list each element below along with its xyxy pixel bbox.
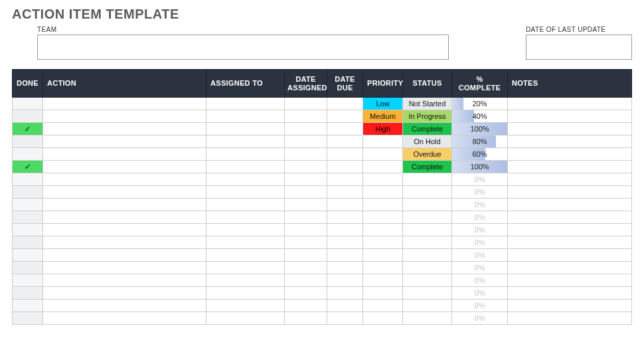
date-assigned-cell[interactable] [285,110,327,123]
action-cell[interactable] [43,211,206,224]
priority-cell[interactable]: Medium [363,110,403,123]
done-cell[interactable] [13,224,43,236]
notes-cell[interactable] [508,161,632,173]
notes-cell[interactable] [508,236,632,249]
assigned-to-cell[interactable] [206,287,285,300]
action-cell[interactable] [43,236,206,249]
done-cell[interactable] [13,173,43,186]
status-cell[interactable]: On Hold [403,135,452,148]
date-assigned-cell[interactable] [285,236,327,249]
priority-cell[interactable] [363,287,403,300]
priority-cell[interactable] [363,249,403,262]
notes-cell[interactable] [508,249,632,262]
done-cell[interactable] [13,135,43,148]
done-cell[interactable] [13,236,43,249]
percent-complete-cell[interactable]: 0% [452,287,508,300]
status-cell[interactable] [403,274,452,287]
date-assigned-cell[interactable] [285,262,327,274]
status-cell[interactable] [403,236,452,249]
date-due-cell[interactable] [327,110,363,123]
priority-cell[interactable]: Low [363,98,403,110]
done-cell[interactable] [13,287,43,300]
date-assigned-cell[interactable] [285,312,327,325]
priority-cell[interactable] [363,312,403,325]
percent-complete-cell[interactable]: 0% [452,312,508,325]
notes-cell[interactable] [508,312,632,325]
date-assigned-cell[interactable] [285,249,327,262]
notes-cell[interactable] [508,211,632,224]
action-cell[interactable] [43,173,206,186]
team-input[interactable] [37,35,449,60]
percent-complete-cell[interactable]: 0% [452,262,508,274]
date-due-cell[interactable] [327,236,363,249]
done-cell[interactable] [13,249,43,262]
date-assigned-cell[interactable] [285,224,327,236]
done-cell[interactable] [13,98,43,110]
date-assigned-cell[interactable] [285,123,327,135]
priority-cell[interactable] [363,173,403,186]
date-due-cell[interactable] [327,186,363,199]
notes-cell[interactable] [508,98,632,110]
date-assigned-cell[interactable] [285,199,327,211]
priority-cell[interactable] [363,199,403,211]
status-cell[interactable] [403,211,452,224]
done-checked-icon[interactable]: ✓ [13,161,43,173]
done-cell[interactable] [13,110,43,123]
date-due-cell[interactable] [327,287,363,300]
done-checked-icon[interactable]: ✓ [13,123,43,135]
status-cell[interactable] [403,249,452,262]
priority-cell[interactable] [363,148,403,161]
percent-complete-cell[interactable]: 0% [452,236,508,249]
action-cell[interactable] [43,199,206,211]
notes-cell[interactable] [508,110,632,123]
date-assigned-cell[interactable] [285,186,327,199]
assigned-to-cell[interactable] [206,262,285,274]
status-cell[interactable]: In Progress [403,110,452,123]
action-cell[interactable] [43,287,206,300]
action-cell[interactable] [43,98,206,110]
status-cell[interactable] [403,173,452,186]
date-assigned-cell[interactable] [285,148,327,161]
action-cell[interactable] [43,312,206,325]
date-assigned-cell[interactable] [285,173,327,186]
status-cell[interactable] [403,186,452,199]
action-cell[interactable] [43,300,206,312]
notes-cell[interactable] [508,287,632,300]
done-cell[interactable] [13,262,43,274]
assigned-to-cell[interactable] [206,98,285,110]
priority-cell[interactable] [363,211,403,224]
assigned-to-cell[interactable] [206,161,285,173]
action-cell[interactable] [43,224,206,236]
done-cell[interactable] [13,199,43,211]
priority-cell[interactable] [363,274,403,287]
date-assigned-cell[interactable] [285,274,327,287]
status-cell[interactable] [403,300,452,312]
priority-cell[interactable] [363,300,403,312]
assigned-to-cell[interactable] [206,186,285,199]
priority-cell[interactable] [363,224,403,236]
assigned-to-cell[interactable] [206,274,285,287]
percent-complete-cell[interactable]: 0% [452,173,508,186]
percent-complete-cell[interactable]: 40% [452,110,508,123]
done-cell[interactable] [13,186,43,199]
status-cell[interactable] [403,199,452,211]
status-cell[interactable]: Overdue [403,148,452,161]
date-due-cell[interactable] [327,123,363,135]
notes-cell[interactable] [508,262,632,274]
date-assigned-cell[interactable] [285,287,327,300]
status-cell[interactable] [403,262,452,274]
date-due-cell[interactable] [327,98,363,110]
action-cell[interactable] [43,161,206,173]
date-due-cell[interactable] [327,211,363,224]
done-cell[interactable] [13,312,43,325]
assigned-to-cell[interactable] [206,148,285,161]
date-assigned-cell[interactable] [285,161,327,173]
date-of-last-update-input[interactable] [526,35,632,60]
priority-cell[interactable] [363,161,403,173]
status-cell[interactable]: Complete [403,161,452,173]
status-cell[interactable]: Complete [403,123,452,135]
date-due-cell[interactable] [327,224,363,236]
assigned-to-cell[interactable] [206,236,285,249]
assigned-to-cell[interactable] [206,211,285,224]
assigned-to-cell[interactable] [206,224,285,236]
